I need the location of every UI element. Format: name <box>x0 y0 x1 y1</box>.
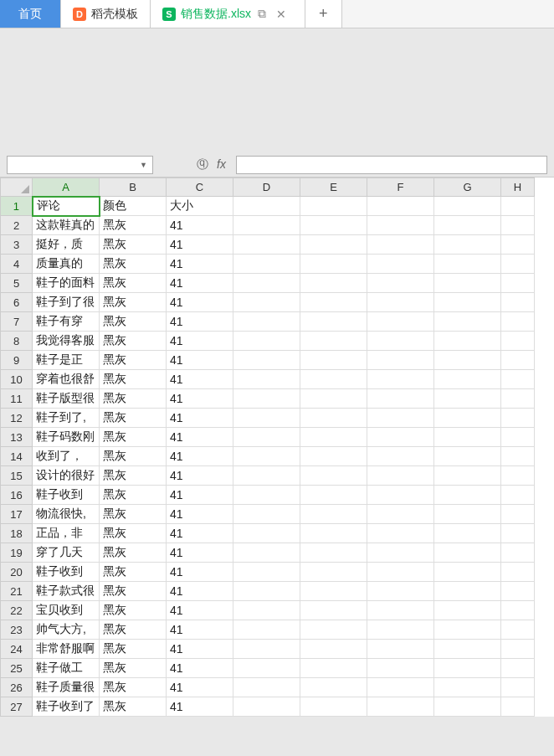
column-header-D[interactable]: D <box>233 178 300 197</box>
fx-icon[interactable]: fx <box>217 157 226 172</box>
cell-H6[interactable] <box>501 293 535 312</box>
cell-B14[interactable]: 黑灰 <box>100 447 167 466</box>
cell-B15[interactable]: 黑灰 <box>100 466 167 486</box>
column-header-F[interactable]: F <box>367 178 434 197</box>
cell-D2[interactable] <box>233 216 300 235</box>
cell-H2[interactable] <box>501 216 535 235</box>
row-header-13[interactable]: 13 <box>1 428 33 447</box>
cell-B21[interactable]: 黑灰 <box>100 582 167 601</box>
row-header-19[interactable]: 19 <box>1 543 33 563</box>
cell-G7[interactable] <box>434 312 501 332</box>
cell-C24[interactable]: 41 <box>167 640 233 659</box>
cell-C13[interactable]: 41 <box>167 428 233 447</box>
cell-D11[interactable] <box>233 389 300 409</box>
cell-G26[interactable] <box>434 678 501 697</box>
cell-F27[interactable] <box>367 697 434 717</box>
cell-G8[interactable] <box>434 332 501 351</box>
chevron-down-icon[interactable]: ▼ <box>140 161 147 169</box>
cell-F17[interactable] <box>367 505 434 524</box>
cell-E18[interactable] <box>300 524 367 543</box>
cell-H11[interactable] <box>501 389 535 409</box>
cell-F8[interactable] <box>367 332 434 351</box>
row-header-1[interactable]: 1 <box>1 197 33 216</box>
cell-D19[interactable] <box>233 543 300 563</box>
cell-C27[interactable]: 41 <box>167 697 233 717</box>
cell-D6[interactable] <box>233 293 300 312</box>
cell-H12[interactable] <box>501 409 535 428</box>
cell-A26[interactable]: 鞋子质量很 <box>33 678 100 697</box>
cell-D24[interactable] <box>233 640 300 659</box>
cell-G13[interactable] <box>434 428 501 447</box>
cell-D7[interactable] <box>233 312 300 332</box>
cell-E27[interactable] <box>300 697 367 717</box>
cell-H27[interactable] <box>501 697 535 717</box>
cell-G23[interactable] <box>434 620 501 640</box>
cell-E5[interactable] <box>300 274 367 293</box>
cell-A17[interactable]: 物流很快, <box>33 505 100 524</box>
cell-G20[interactable] <box>434 563 501 582</box>
row-header-15[interactable]: 15 <box>1 466 33 486</box>
cell-F11[interactable] <box>367 389 434 409</box>
tab-new[interactable]: + <box>305 0 342 28</box>
cell-C5[interactable]: 41 <box>167 274 233 293</box>
cell-F16[interactable] <box>367 486 434 505</box>
cell-H24[interactable] <box>501 640 535 659</box>
cell-E19[interactable] <box>300 543 367 563</box>
cell-C3[interactable]: 41 <box>167 235 233 255</box>
cell-H20[interactable] <box>501 563 535 582</box>
cell-H9[interactable] <box>501 351 535 370</box>
cell-E16[interactable] <box>300 486 367 505</box>
cell-F12[interactable] <box>367 409 434 428</box>
cell-G16[interactable] <box>434 486 501 505</box>
cell-G17[interactable] <box>434 505 501 524</box>
cell-G14[interactable] <box>434 447 501 466</box>
row-header-23[interactable]: 23 <box>1 620 33 640</box>
cell-A19[interactable]: 穿了几天 <box>33 543 100 563</box>
row-header-2[interactable]: 2 <box>1 216 33 235</box>
tab-file[interactable]: S 销售数据.xlsx ⧉ ✕ <box>151 0 305 28</box>
cell-C6[interactable]: 41 <box>167 293 233 312</box>
cell-D25[interactable] <box>233 659 300 678</box>
cell-B17[interactable]: 黑灰 <box>100 505 167 524</box>
row-header-8[interactable]: 8 <box>1 332 33 351</box>
cell-C9[interactable]: 41 <box>167 351 233 370</box>
row-header-26[interactable]: 26 <box>1 678 33 697</box>
cell-F3[interactable] <box>367 235 434 255</box>
cell-H7[interactable] <box>501 312 535 332</box>
cell-A1[interactable]: 评论 <box>33 197 100 216</box>
tab-home[interactable]: 首页 <box>0 0 61 28</box>
row-header-21[interactable]: 21 <box>1 582 33 601</box>
cell-B19[interactable]: 黑灰 <box>100 543 167 563</box>
cell-F24[interactable] <box>367 640 434 659</box>
cell-F19[interactable] <box>367 543 434 563</box>
cell-C1[interactable]: 大小 <box>167 197 233 216</box>
cell-A6[interactable]: 鞋子到了很 <box>33 293 100 312</box>
cell-B5[interactable]: 黑灰 <box>100 274 167 293</box>
cell-D17[interactable] <box>233 505 300 524</box>
spreadsheet-grid[interactable]: ABCDEFGH1评论颜色大小2这款鞋真的黑灰413挺好，质黑灰414质量真的黑… <box>0 177 535 717</box>
cell-C11[interactable]: 41 <box>167 389 233 409</box>
cell-B8[interactable]: 黑灰 <box>100 332 167 351</box>
cell-A25[interactable]: 鞋子做工 <box>33 659 100 678</box>
cell-B24[interactable]: 黑灰 <box>100 640 167 659</box>
cell-A7[interactable]: 鞋子有穿 <box>33 312 100 332</box>
row-header-4[interactable]: 4 <box>1 255 33 274</box>
cell-B23[interactable]: 黑灰 <box>100 620 167 640</box>
cell-D9[interactable] <box>233 351 300 370</box>
cell-B3[interactable]: 黑灰 <box>100 235 167 255</box>
cell-B6[interactable]: 黑灰 <box>100 293 167 312</box>
cell-H15[interactable] <box>501 466 535 486</box>
cell-C2[interactable]: 41 <box>167 216 233 235</box>
cell-B27[interactable]: 黑灰 <box>100 697 167 717</box>
cell-H22[interactable] <box>501 601 535 620</box>
cell-G27[interactable] <box>434 697 501 717</box>
cell-C25[interactable]: 41 <box>167 659 233 678</box>
cell-B9[interactable]: 黑灰 <box>100 351 167 370</box>
cell-G19[interactable] <box>434 543 501 563</box>
cell-A27[interactable]: 鞋子收到了 <box>33 697 100 717</box>
cell-D15[interactable] <box>233 466 300 486</box>
row-header-7[interactable]: 7 <box>1 312 33 332</box>
cell-C20[interactable]: 41 <box>167 563 233 582</box>
cell-B18[interactable]: 黑灰 <box>100 524 167 543</box>
zoom-icon[interactable]: ⓠ <box>197 157 208 172</box>
